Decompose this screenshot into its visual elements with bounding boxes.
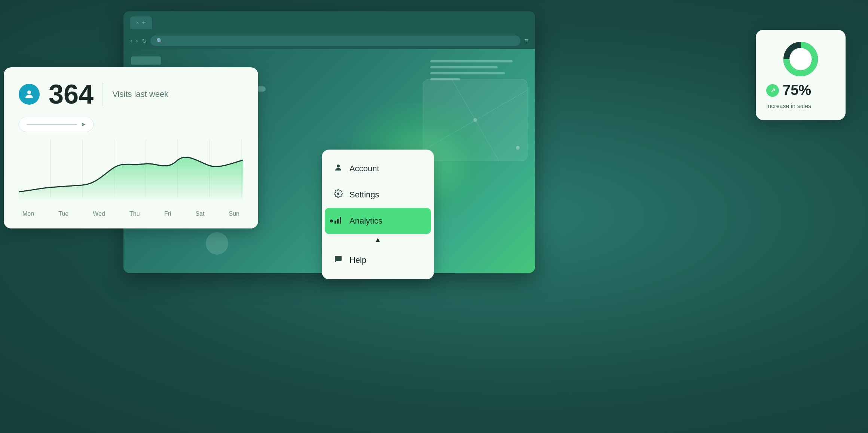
- stats-label: Increase in sales: [766, 103, 811, 110]
- search-icon: 🔍: [156, 38, 163, 44]
- user-avatar: [19, 84, 40, 105]
- tab-add-icon[interactable]: +: [142, 19, 146, 27]
- account-label: Account: [349, 164, 379, 173]
- menu-item-account[interactable]: Account: [322, 156, 434, 182]
- chart-area: [19, 139, 243, 207]
- visits-divider: [103, 83, 103, 105]
- chart-label-sun: Sun: [229, 211, 239, 217]
- cursor-container: ▲: [322, 236, 434, 244]
- stats-percent: ↗ 75%: [766, 82, 811, 98]
- send-icon[interactable]: ➤: [81, 121, 86, 128]
- svg-rect-6: [334, 221, 336, 224]
- browser-tab-active[interactable]: × +: [130, 16, 152, 29]
- analytics-icon: [334, 215, 343, 227]
- tab-close-icon[interactable]: ×: [136, 20, 139, 25]
- visits-header: 364 Visits last week: [19, 81, 243, 108]
- visits-card: 364 Visits last week ➤: [4, 67, 258, 228]
- dot-indicator-corner: [516, 146, 520, 150]
- browser-menu-icon[interactable]: ≡: [524, 37, 528, 45]
- chart-label-sat: Sat: [195, 211, 204, 217]
- nav-back-button[interactable]: ‹: [130, 37, 132, 44]
- dropdown-menu: Account Settings Analytics ▲: [322, 150, 434, 279]
- menu-item-settings[interactable]: Settings: [322, 182, 434, 208]
- help-icon: [334, 255, 343, 266]
- url-bar[interactable]: 🔍: [150, 36, 521, 46]
- percent-badge: ↗: [766, 84, 779, 97]
- svg-point-3: [790, 49, 811, 70]
- chart-label-wed: Wed: [93, 211, 105, 217]
- account-icon: [334, 163, 343, 174]
- visits-label: Visits last week: [112, 89, 168, 99]
- chart-labels: Mon Tue Wed Thu Fri Sat Sun: [19, 211, 243, 217]
- line-chart: [19, 139, 243, 207]
- stats-card: ↗ 75% Increase in sales: [756, 30, 846, 120]
- sidebar-placeholder: [131, 56, 161, 65]
- nav-line-2: [430, 66, 498, 68]
- chart-label-fri: Fri: [164, 211, 171, 217]
- nav-forward-button[interactable]: ›: [136, 37, 138, 44]
- nav-refresh-button[interactable]: ↻: [142, 37, 147, 44]
- browser-tab-bar: × +: [130, 16, 528, 29]
- help-label: Help: [349, 255, 366, 265]
- svg-point-4: [337, 165, 340, 168]
- svg-point-0: [27, 90, 31, 94]
- browser-circle: [206, 232, 228, 255]
- cursor-icon: ▲: [374, 236, 382, 244]
- percent-value: 75%: [783, 82, 811, 98]
- search-bar[interactable]: ➤: [19, 117, 94, 132]
- menu-item-analytics[interactable]: Analytics: [325, 208, 431, 234]
- donut-chart: [782, 40, 819, 78]
- user-icon: [24, 89, 35, 100]
- svg-rect-7: [337, 219, 339, 224]
- visits-count: 364: [49, 81, 94, 108]
- settings-icon: [334, 189, 343, 200]
- active-dot: [330, 219, 333, 222]
- browser-chrome: × +: [123, 11, 535, 33]
- chart-label-mon: Mon: [22, 211, 34, 217]
- svg-point-5: [337, 193, 339, 195]
- settings-label: Settings: [349, 190, 379, 200]
- chart-label-tue: Tue: [58, 211, 68, 217]
- nav-line-3: [430, 72, 505, 74]
- browser-toolbar: ‹ › ↻ 🔍 ≡: [123, 33, 535, 49]
- menu-item-help[interactable]: Help: [322, 247, 434, 273]
- browser-nav-lines: [430, 60, 513, 80]
- search-bar-line: [27, 124, 77, 125]
- nav-line-1: [430, 60, 513, 62]
- chart-label-thu: Thu: [129, 211, 140, 217]
- analytics-label: Analytics: [349, 216, 382, 226]
- svg-rect-8: [340, 217, 341, 224]
